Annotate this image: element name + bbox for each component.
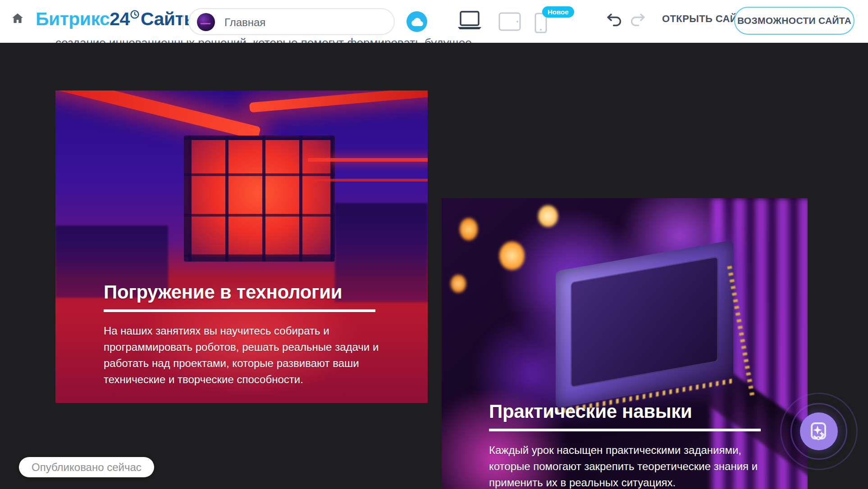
card-title: Погружение в технологии	[104, 281, 401, 303]
publish-status-badge[interactable]: Опубликовано сейчас	[19, 457, 154, 477]
assistant-widget-button[interactable]	[800, 412, 838, 450]
card-description: На наших занятиях вы научитесь собирать …	[104, 323, 401, 388]
site-editor-screen: Битрикс24Сайты Главная	[0, 0, 868, 489]
page-canvas-top-strip: создание инновационных решений, которые …	[0, 36, 868, 43]
card-text-block: Погружение в технологии На наших занятия…	[104, 281, 401, 388]
mobile-preview-icon	[535, 27, 547, 35]
undo-icon	[607, 21, 622, 28]
new-feature-badge: Новое	[542, 6, 574, 18]
home-button[interactable]	[11, 12, 24, 25]
card-practical-skills[interactable]: Практические навыки Каждый урок насыщен …	[442, 198, 808, 489]
editor-toolbar: Битрикс24Сайты Главная	[0, 0, 868, 36]
page-thumbnail	[197, 13, 215, 31]
toolbar-divider	[183, 15, 183, 29]
open-site-button[interactable]: ОТКРЫТЬ САЙТ	[662, 13, 744, 25]
site-features-button[interactable]: ВОЗМОЖНОСТИ САЙТА	[734, 7, 854, 35]
tablet-preview-button[interactable]	[498, 12, 521, 33]
clipped-heading-text: создание инновационных решений, которые …	[55, 36, 475, 43]
bitrix24-sites-logo[interactable]: Битрикс24Сайты	[36, 9, 200, 30]
card-immersion-in-technology[interactable]: Погружение в технологии На наших занятия…	[55, 91, 428, 403]
assistant-widget	[781, 394, 857, 469]
clock-icon	[130, 2, 139, 23]
redo-icon	[630, 21, 645, 28]
title-underline	[104, 309, 375, 312]
cloud-sync-button[interactable]	[407, 11, 427, 32]
logo-brand: Битрикс	[36, 9, 110, 29]
undo-button[interactable]	[607, 14, 622, 29]
page-selector-value: Главная	[224, 16, 265, 29]
card-text-block: Практические навыки Каждый урок насыщен …	[489, 401, 786, 489]
card-description: Каждый урок насыщен практическими задани…	[489, 442, 786, 489]
home-icon	[11, 19, 24, 27]
title-underline	[489, 429, 761, 431]
desktop-preview-button[interactable]	[456, 11, 483, 32]
page-selector[interactable]: Главная	[188, 8, 395, 35]
redo-button[interactable]	[630, 14, 645, 29]
desktop-preview-icon	[456, 24, 483, 32]
card-title: Практические навыки	[489, 401, 786, 422]
logo-number: 24	[110, 9, 130, 29]
tablet-preview-icon	[498, 25, 521, 32]
